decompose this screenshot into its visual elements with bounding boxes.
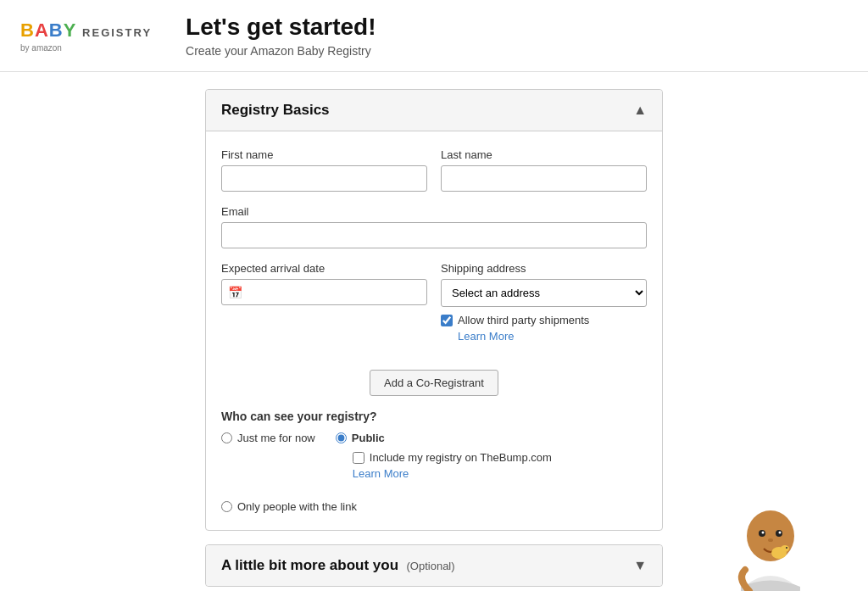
radio-options: Just me for now Public Include my regist… (221, 432, 647, 513)
just-me-option: Just me for now (221, 432, 315, 444)
first-name-label: First name (221, 148, 427, 161)
public-label: Public (352, 432, 385, 444)
main-content: Registry Basics ▲ First name Last name (0, 72, 868, 591)
date-address-row: Expected arrival date 📅 Shipping address… (221, 262, 647, 343)
first-name-group: First name (221, 148, 427, 192)
visibility-question: Who can see your registry? (221, 410, 647, 423)
include-bump-checkbox[interactable] (353, 452, 364, 464)
baby-image (724, 506, 817, 591)
registry-basics-title: Registry Basics (221, 102, 330, 119)
first-name-input[interactable] (221, 165, 427, 192)
arrival-date-label: Expected arrival date (221, 262, 427, 275)
allow-shipments-row: Allow third party shipments (441, 314, 647, 326)
page-subtitle: Create your Amazon Baby Registry (186, 44, 376, 58)
email-label: Email (221, 205, 647, 218)
shipping-address-select[interactable]: Select an address Add a new address (441, 279, 647, 307)
chevron-up-icon: ▲ (633, 103, 647, 118)
shipping-address-label: Shipping address (441, 262, 647, 275)
more-about-panel: A little bit more about you (Optional) ▼ (205, 544, 663, 587)
only-link-label: Only people with the link (237, 500, 357, 513)
public-radio[interactable] (336, 432, 347, 443)
arrival-date-input[interactable] (221, 279, 427, 305)
learn-more-shipments-link[interactable]: Learn More (458, 330, 647, 343)
svg-point-6 (768, 538, 773, 542)
last-name-group: Last name (441, 148, 647, 192)
allow-shipments-checkbox[interactable] (441, 315, 453, 326)
baby-svg (724, 506, 817, 591)
registry-basics-panel: Registry Basics ▲ First name Last name (205, 89, 663, 531)
svg-point-9 (786, 547, 787, 549)
page-header: BABY REGISTRY by amazon Let's get starte… (0, 0, 868, 72)
svg-point-5 (779, 532, 782, 534)
logo-baby-text: BABY REGISTRY (20, 20, 152, 42)
email-input[interactable] (221, 222, 647, 248)
email-row: Email (221, 205, 647, 248)
logo-registry-text: REGISTRY (82, 26, 152, 39)
more-about-title: A little bit more about you (Optional) (221, 557, 455, 574)
more-about-header[interactable]: A little bit more about you (Optional) ▼ (206, 545, 662, 586)
co-registrant-row: Add a Co-Registrant (221, 356, 647, 396)
just-me-label: Just me for now (237, 432, 315, 444)
form-container: Registry Basics ▲ First name Last name (205, 89, 663, 591)
only-link-radio[interactable] (221, 501, 232, 512)
public-option: Public (336, 432, 552, 444)
logo-amazon-text: by amazon (20, 43, 152, 53)
header-text-block: Let's get started! Create your Amazon Ba… (186, 14, 376, 58)
just-me-radio[interactable] (221, 432, 232, 443)
registry-basics-header[interactable]: Registry Basics ▲ (206, 90, 662, 131)
public-extras: Public Include my registry on TheBump.co… (336, 432, 552, 480)
page-title: Let's get started! (186, 14, 376, 41)
logo-area: BABY REGISTRY by amazon (20, 20, 152, 53)
optional-text: (Optional) (407, 560, 455, 572)
chevron-down-icon: ▼ (633, 558, 647, 573)
visibility-section: Who can see your registry? Just me for n… (221, 410, 647, 513)
last-name-label: Last name (441, 148, 647, 161)
add-co-registrant-button[interactable]: Add a Co-Registrant (370, 370, 498, 396)
more-about-title-text: A little bit more about you (221, 557, 398, 573)
email-group: Email (221, 205, 647, 248)
date-input-wrapper: 📅 (221, 279, 427, 305)
calendar-icon: 📅 (228, 286, 242, 299)
learn-more-bump-link[interactable]: Learn More (353, 467, 552, 480)
include-bump-row: Include my registry on TheBump.com (353, 451, 552, 464)
registry-basics-body: First name Last name Email (206, 131, 662, 530)
name-row: First name Last name (221, 148, 647, 192)
only-link-option: Only people with the link (221, 500, 357, 513)
svg-point-0 (747, 510, 794, 561)
svg-point-4 (762, 532, 765, 534)
shipping-address-group: Shipping address Select an address Add a… (441, 262, 647, 343)
last-name-input[interactable] (441, 165, 647, 192)
svg-point-8 (781, 545, 789, 552)
include-bump-label: Include my registry on TheBump.com (370, 451, 552, 464)
arrival-date-group: Expected arrival date 📅 (221, 262, 427, 343)
allow-shipments-label: Allow third party shipments (458, 314, 589, 326)
